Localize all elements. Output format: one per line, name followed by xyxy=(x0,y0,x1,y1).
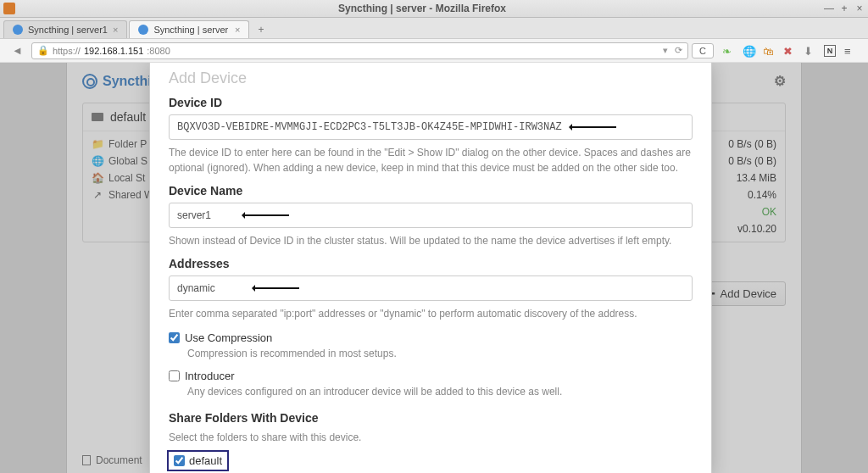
share-folder-default[interactable]: default xyxy=(169,452,227,470)
url-scheme: https:// xyxy=(53,46,81,56)
add-device-modal: Add Device Device ID The device ID to en… xyxy=(149,63,712,473)
introducer-label: Introducer xyxy=(185,370,235,382)
tab-label: Syncthing | server xyxy=(153,25,230,35)
introducer-help: Any devices configured on an introducer … xyxy=(187,386,693,398)
syncthing-favicon xyxy=(13,25,23,35)
use-compression-label: Use Compression xyxy=(185,331,272,344)
browser-tab-server1[interactable]: Syncthing | server1 × xyxy=(3,20,127,38)
url-host: 192.168.1.151 xyxy=(84,46,143,56)
share-folder-default-label: default xyxy=(189,454,222,467)
syncthing-favicon xyxy=(138,25,148,35)
device-name-help: Shown instead of Device ID in the cluste… xyxy=(169,233,693,248)
device-id-label: Device ID xyxy=(169,96,693,109)
back-button[interactable]: ◄ xyxy=(7,44,28,57)
addresses-help: Enter comma separated "ip:port" addresse… xyxy=(169,306,693,321)
tab-close-icon[interactable]: × xyxy=(113,25,118,35)
tab-label: Syncthing | server1 xyxy=(28,25,108,35)
noscript-icon[interactable]: N xyxy=(824,45,836,57)
annotation-arrow-icon xyxy=(238,212,289,219)
download-icon[interactable]: ⬇ xyxy=(804,45,815,57)
url-port: :8080 xyxy=(147,46,170,56)
annotation-arrow-icon xyxy=(248,285,299,292)
modal-title: Add Device xyxy=(169,70,693,87)
window-close-button[interactable]: × xyxy=(854,3,865,14)
share-folders-heading: Share Folders With Device xyxy=(169,411,693,425)
use-compression-checkbox[interactable] xyxy=(169,332,180,343)
firefox-app-icon xyxy=(3,3,15,14)
new-tab-button[interactable]: + xyxy=(251,21,270,38)
window-maximize-button[interactable]: + xyxy=(839,3,849,14)
url-dropdown-icon[interactable]: ▾ xyxy=(663,45,668,56)
addresses-input[interactable] xyxy=(169,275,693,301)
url-bar[interactable]: 🔒 https:// 192.168.1.151 :8080 ▾ ⟳ xyxy=(31,42,688,59)
addresses-label: Addresses xyxy=(169,257,693,270)
adblock-icon[interactable]: ✖ xyxy=(783,45,795,57)
window-title: Syncthing | server - Mozilla Firefox xyxy=(20,3,824,14)
browser-tab-strip: Syncthing | server1 × Syncthing | server… xyxy=(0,18,868,39)
feather-icon[interactable]: ❧ xyxy=(722,45,734,57)
reload-icon[interactable]: ⟳ xyxy=(675,45,682,56)
browser-tab-server[interactable]: Syncthing | server × xyxy=(129,20,249,38)
window-minimize-button[interactable]: — xyxy=(824,3,834,14)
tab-close-icon[interactable]: × xyxy=(235,25,240,35)
browser-navbar: ◄ 🔒 https:// 192.168.1.151 :8080 ▾ ⟳ C ❧… xyxy=(0,39,868,63)
lock-icon: 🔒 xyxy=(37,45,49,56)
hamburger-menu-icon[interactable]: ≡ xyxy=(844,45,856,57)
device-name-label: Device Name xyxy=(169,184,693,198)
globe-icon[interactable]: 🌐 xyxy=(743,45,754,57)
share-folder-default-checkbox[interactable] xyxy=(174,455,185,466)
window-titlebar: Syncthing | server - Mozilla Firefox — +… xyxy=(0,0,868,18)
search-engine-icon[interactable]: C xyxy=(692,43,714,58)
page-viewport: Syncthing ⚙ default 📁Folder P 🌐Global S … xyxy=(0,63,868,473)
shopping-icon[interactable]: 🛍 xyxy=(763,45,775,57)
annotation-arrow-icon xyxy=(565,124,616,131)
device-id-help: The device ID to enter here can be found… xyxy=(169,145,693,175)
share-folders-help: Select the folders to share with this de… xyxy=(169,430,693,445)
introducer-checkbox[interactable] xyxy=(169,370,180,381)
use-compression-help: Compression is recommended in most setup… xyxy=(187,348,693,359)
